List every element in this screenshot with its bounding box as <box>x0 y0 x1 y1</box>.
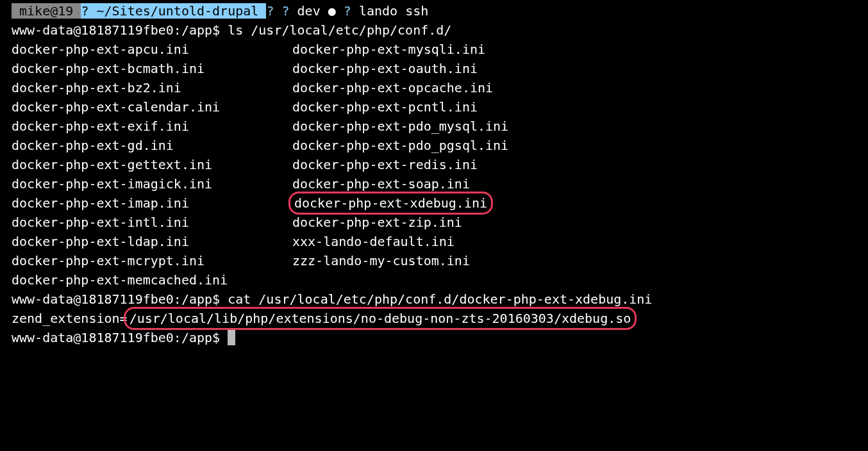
ls-row: docker-php-ext-gettext.inidocker-php-ext… <box>0 155 868 174</box>
ls-file: docker-php-ext-bcmath.ini <box>12 59 292 78</box>
ls-file: docker-php-ext-intl.ini <box>12 213 292 232</box>
ls-file: docker-php-ext-exif.ini <box>12 117 292 136</box>
ls-file: docker-php-ext-gettext.ini <box>12 155 292 174</box>
ls-row: docker-php-ext-exif.inidocker-php-ext-pd… <box>0 117 868 136</box>
shell-command: ls /usr/local/etc/php/conf.d/ <box>228 22 451 38</box>
highlighted-file: docker-php-ext-xdebug.ini <box>288 192 493 215</box>
ls-row: docker-php-ext-memcached.ini <box>0 270 868 290</box>
terminal-line[interactable]: www-data@18187119fbe0:/app$ <box>0 328 868 347</box>
ls-file: docker-php-ext-zip.ini <box>292 213 462 232</box>
status-path-icon: ? <box>81 3 88 19</box>
ls-row: docker-php-ext-calendar.inidocker-php-ex… <box>0 97 868 117</box>
ls-file: docker-php-ext-ldap.ini <box>12 232 292 251</box>
ls-row: docker-php-ext-imap.inidocker-php-ext-xd… <box>0 193 868 213</box>
ls-row: docker-php-ext-mcrypt.inizzz-lando-my-cu… <box>0 251 868 270</box>
ls-file: docker-php-ext-bz2.ini <box>12 78 292 97</box>
ls-file: docker-php-ext-imagick.ini <box>12 174 292 193</box>
ls-output: docker-php-ext-apcu.inidocker-php-ext-my… <box>0 40 868 290</box>
ls-file: docker-php-ext-pdo_mysql.ini <box>292 117 508 136</box>
highlighted-path: /usr/local/lib/php/extensions/no-debug-n… <box>124 307 637 330</box>
ls-file: zzz-lando-my-custom.ini <box>292 251 470 270</box>
cat-output: zend_extension=/usr/local/lib/php/extens… <box>0 309 868 328</box>
ls-row: docker-php-ext-bz2.inidocker-php-ext-opc… <box>0 78 868 97</box>
ls-file: docker-php-ext-pdo_pgsql.ini <box>292 136 508 155</box>
ls-row: docker-php-ext-gd.inidocker-php-ext-pdo_… <box>0 136 868 155</box>
cursor-icon <box>228 330 235 345</box>
terminal-statusbar: mike@19 ? ~/Sites/untold-drupal ? ? dev … <box>0 1 868 20</box>
state-icon: ? <box>344 3 351 19</box>
ls-file: docker-php-ext-redis.ini <box>292 155 478 174</box>
ls-file: docker-php-ext-pcntl.ini <box>292 97 478 117</box>
terminal-line[interactable]: www-data@18187119fbe0:/app$ ls /usr/loca… <box>0 20 868 40</box>
ls-row: docker-php-ext-imagick.inidocker-php-ext… <box>0 174 868 193</box>
ls-row: docker-php-ext-bcmath.inidocker-php-ext-… <box>0 59 868 78</box>
output-prefix: zend_extension= <box>12 311 128 326</box>
ls-row: docker-php-ext-intl.inidocker-php-ext-zi… <box>0 213 868 232</box>
terminal-line[interactable]: www-data@18187119fbe0:/app$ cat /usr/loc… <box>0 290 868 309</box>
ls-file: docker-php-ext-opcache.ini <box>292 78 493 97</box>
ls-row: docker-php-ext-apcu.inidocker-php-ext-my… <box>0 40 868 59</box>
ls-file: docker-php-ext-apcu.ini <box>12 40 292 59</box>
ls-file: docker-php-ext-soap.ini <box>292 174 470 193</box>
ls-file: docker-php-ext-calendar.ini <box>12 97 292 117</box>
ls-file: docker-php-ext-memcached.ini <box>12 270 292 290</box>
shell-prompt: www-data@18187119fbe0:/app$ <box>12 291 228 307</box>
ls-file: docker-php-ext-xdebug.ini <box>292 193 489 213</box>
ls-file: docker-php-ext-mcrypt.ini <box>12 251 292 270</box>
git-icon: ? <box>266 3 274 19</box>
status-command: lando ssh <box>351 3 428 19</box>
status-path: ~/Sites/untold-drupal <box>88 3 266 19</box>
shell-prompt: www-data@18187119fbe0:/app$ <box>12 22 228 38</box>
git-branch: dev <box>290 3 328 19</box>
ls-row: docker-php-ext-ldap.inixxx-lando-default… <box>0 232 868 251</box>
ls-file: docker-php-ext-imap.ini <box>12 193 292 213</box>
ls-file: xxx-lando-default.ini <box>292 232 455 251</box>
shell-command: cat /usr/local/etc/php/conf.d/docker-php… <box>228 291 652 307</box>
status-user: mike@19 <box>12 3 81 19</box>
ls-file: docker-php-ext-gd.ini <box>12 136 292 155</box>
git-icon: ? <box>281 3 289 19</box>
shell-prompt: www-data@18187119fbe0:/app$ <box>12 330 228 345</box>
ls-file: docker-php-ext-oauth.ini <box>292 59 478 78</box>
git-dirty-dot: ● <box>328 3 336 19</box>
ls-file: docker-php-ext-mysqli.ini <box>292 40 485 59</box>
